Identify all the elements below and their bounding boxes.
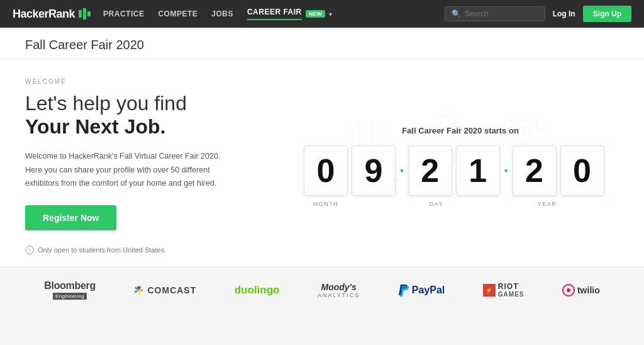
svg-point-24 bbox=[447, 113, 449, 116]
day-label: DAY bbox=[414, 201, 458, 207]
svg-point-27 bbox=[447, 120, 449, 123]
svg-point-26 bbox=[440, 122, 443, 124]
bloomberg-sub: Engineering bbox=[53, 293, 87, 300]
new-badge: NEW bbox=[306, 10, 325, 18]
countdown-year-d1: 2 bbox=[513, 145, 557, 196]
svg-point-4 bbox=[377, 123, 379, 125]
svg-point-43 bbox=[504, 122, 506, 124]
twilio-dot bbox=[567, 288, 570, 292]
svg-point-28 bbox=[453, 122, 455, 124]
hero-section: WELCOME Let's help you find Your Next Jo… bbox=[0, 59, 644, 267]
year-label2 bbox=[573, 201, 617, 207]
riot-text-block: RIOT GAMES bbox=[498, 282, 525, 298]
countdown-day-d1: 2 bbox=[408, 145, 452, 196]
riot-name: RIOT bbox=[498, 282, 525, 291]
month-label: MONTH bbox=[304, 201, 348, 207]
moodys-name: Moody's bbox=[321, 282, 357, 292]
nav-careerfair[interactable]: CAREER FAIR bbox=[247, 8, 302, 20]
duolingo-name: duolingo bbox=[235, 284, 280, 297]
countdown-container: Fall Career Fair 2020 starts on 0 9 · 2 … bbox=[304, 126, 617, 207]
countdown-month-d1: 0 bbox=[304, 145, 348, 196]
disclaimer-text: Only open to students from United States… bbox=[38, 246, 166, 254]
countdown-cards: 0 9 · 2 1 · 2 0 bbox=[304, 145, 617, 196]
countdown-dot-2: · bbox=[504, 162, 509, 179]
welcome-label: WELCOME bbox=[25, 78, 289, 85]
svg-point-48 bbox=[535, 120, 538, 123]
hero-title-bold: Your Next Job. bbox=[25, 115, 289, 139]
countdown-title: Fall Career Fair 2020 starts on bbox=[304, 126, 617, 135]
nav-compete[interactable]: COMPETE bbox=[158, 9, 197, 18]
navbar-links: PRACTICE COMPETE JOBS CAREER FAIR NEW ▾ bbox=[103, 8, 432, 20]
signup-button[interactable]: Sign Up bbox=[583, 6, 631, 22]
search-input[interactable] bbox=[465, 9, 538, 18]
paypal-text: PayPal bbox=[412, 285, 445, 296]
paypal-icon bbox=[398, 283, 411, 297]
partner-duolingo: duolingo bbox=[235, 284, 280, 297]
info-icon: i bbox=[25, 246, 34, 254]
svg-point-46 bbox=[523, 120, 525, 123]
svg-point-45 bbox=[516, 122, 519, 124]
moodys-sub: ANALYTICS bbox=[318, 292, 360, 298]
partner-moodys: Moody's ANALYTICS bbox=[318, 282, 360, 298]
countdown-month-d2: 9 bbox=[352, 145, 396, 196]
partners-section: Bloomberg Engineering COMCAST duolingo M… bbox=[0, 267, 644, 312]
twilio-logo: twilio bbox=[562, 284, 600, 297]
chevron-down-icon: ▾ bbox=[329, 11, 332, 18]
riot-logo: ⚡ RIOT GAMES bbox=[483, 282, 525, 298]
month-label2 bbox=[352, 201, 396, 207]
year-label: YEAR bbox=[525, 201, 569, 207]
partner-comcast: COMCAST bbox=[133, 285, 196, 295]
svg-point-23 bbox=[440, 115, 443, 117]
page-title: Fall Career Fair 2020 bbox=[25, 38, 619, 52]
svg-point-2 bbox=[364, 123, 367, 125]
day-label2 bbox=[462, 201, 506, 207]
brand-logo[interactable]: HackerRank bbox=[13, 8, 91, 21]
hero-title-light: Let's help you find bbox=[25, 91, 289, 115]
partner-paypal: PayPal bbox=[398, 283, 445, 297]
comcast-name: COMCAST bbox=[147, 285, 196, 295]
nav-practice[interactable]: PRACTICE bbox=[103, 9, 144, 18]
register-button[interactable]: Register Now bbox=[25, 205, 116, 230]
partner-riot: ⚡ RIOT GAMES bbox=[483, 282, 525, 298]
disclaimer: i Only open to students from United Stat… bbox=[25, 246, 289, 254]
hero-description: Welcome to HackerRank's Fall Virtual Car… bbox=[25, 150, 226, 190]
riot-icon: ⚡ bbox=[483, 284, 496, 297]
navbar-right: 🔍 Log In Sign Up bbox=[445, 6, 631, 22]
svg-point-44 bbox=[510, 120, 513, 123]
riot-games: GAMES bbox=[498, 291, 525, 298]
countdown-labels: MONTH DAY YEAR bbox=[304, 201, 617, 207]
hero-left: WELCOME Let's help you find Your Next Jo… bbox=[25, 78, 302, 254]
countdown-day-d2: 1 bbox=[456, 145, 500, 196]
svg-point-25 bbox=[453, 115, 455, 117]
search-icon: 🔍 bbox=[452, 9, 461, 18]
partner-twilio: twilio bbox=[562, 284, 600, 297]
brand-icon bbox=[79, 8, 91, 20]
nav-careerfair-container: CAREER FAIR NEW ▾ bbox=[247, 8, 332, 20]
nav-jobs[interactable]: JOBS bbox=[211, 9, 233, 18]
countdown-year-d2: 0 bbox=[560, 145, 604, 196]
countdown-dot-1: · bbox=[399, 162, 404, 179]
comcast-peacock-icon bbox=[133, 285, 145, 295]
partner-bloomberg: Bloomberg Engineering bbox=[44, 280, 96, 300]
page-title-bar: Fall Career Fair 2020 bbox=[0, 28, 644, 59]
svg-point-3 bbox=[370, 122, 373, 124]
search-box[interactable]: 🔍 bbox=[445, 6, 545, 21]
bloomberg-name: Bloomberg bbox=[44, 280, 96, 291]
twilio-icon bbox=[562, 284, 575, 297]
login-button[interactable]: Log In bbox=[553, 9, 575, 18]
navbar: HackerRank PRACTICE COMPETE JOBS CAREER … bbox=[0, 0, 644, 28]
svg-point-47 bbox=[529, 122, 531, 124]
brand-name: HackerRank bbox=[13, 8, 75, 21]
twilio-name: twilio bbox=[577, 285, 600, 295]
hero-right: Fall Career Fair 2020 starts on 0 9 · 2 … bbox=[302, 78, 619, 254]
